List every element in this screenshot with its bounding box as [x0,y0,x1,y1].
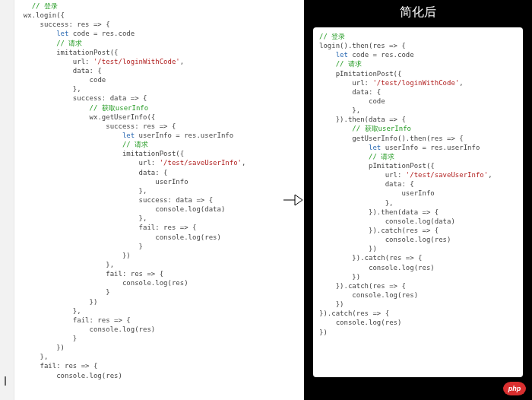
left-code-text: // 登录 wx.login({ success: res => { let c… [15,2,280,380]
comparison-figure: // 登录 wx.login({ success: res => { let c… [0,0,532,400]
right-pane: 简化后 // 登录 login().then(res => { let code… [304,0,532,400]
right-title: 简化后 [304,0,532,27]
php-badge: php [503,382,526,395]
editor-gutter [0,0,14,400]
svg-marker-2 [295,195,302,205]
left-code-pane: // 登录 wx.login({ success: res => { let c… [0,0,281,400]
right-code-text: // 登录 login().then(res => { let code = r… [319,32,517,337]
right-code-card: // 登录 login().then(res => { let code = r… [313,27,523,377]
editor-cursor [5,376,6,386]
arrow-icon [283,192,302,208]
left-code-block: // 登录 wx.login({ success: res => { let c… [15,2,280,398]
